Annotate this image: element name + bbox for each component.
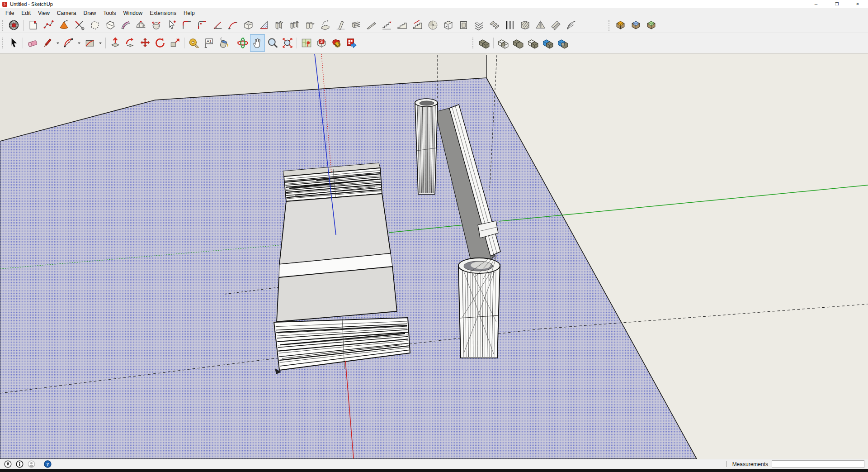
ext-stairs-profile-icon[interactable] bbox=[379, 19, 394, 32]
ext-stack-icon[interactable] bbox=[348, 19, 363, 32]
rectangle-tool[interactable] bbox=[82, 34, 97, 52]
tape-measure-tool[interactable] bbox=[186, 34, 201, 52]
arc-tool-dropdown-icon[interactable] bbox=[76, 36, 82, 50]
ext-curve-icon[interactable] bbox=[225, 19, 241, 32]
ext-cut-icon[interactable] bbox=[71, 19, 87, 32]
pan-tool[interactable] bbox=[250, 34, 265, 52]
ext-polyline-icon[interactable] bbox=[41, 19, 56, 32]
eraser-tool[interactable] bbox=[25, 34, 40, 52]
minimize-button[interactable]: ─ bbox=[806, 0, 826, 8]
toolbar-grip-handle[interactable] bbox=[2, 38, 4, 48]
ext-cursor-icon[interactable] bbox=[164, 19, 179, 32]
orbit-tool[interactable] bbox=[235, 34, 250, 52]
view-cube-orange-icon[interactable] bbox=[613, 19, 628, 32]
measurements-input[interactable] bbox=[772, 460, 864, 468]
measurements-label: Measurements bbox=[732, 461, 768, 467]
rotate-tool[interactable] bbox=[152, 34, 167, 52]
ext-sail-icon[interactable] bbox=[256, 19, 271, 32]
ext-ribbon-icon[interactable] bbox=[118, 19, 133, 32]
view-cube-blue-icon[interactable] bbox=[628, 19, 643, 32]
text-tool[interactable]: A1 bbox=[201, 34, 216, 52]
ext-lasso-icon[interactable] bbox=[102, 19, 118, 32]
status-bar: ? Measurements bbox=[0, 459, 868, 469]
intersect-tool[interactable] bbox=[495, 34, 510, 52]
split-tool[interactable] bbox=[555, 34, 570, 52]
subtract-tool[interactable] bbox=[525, 34, 540, 52]
geolocation-status-icon[interactable] bbox=[4, 460, 12, 468]
rectangle-tool-dropdown-icon[interactable] bbox=[97, 36, 104, 50]
ext-tilt-panel-icon[interactable] bbox=[333, 19, 348, 32]
zoom-tool[interactable] bbox=[265, 34, 280, 52]
ext-dome-icon[interactable] bbox=[133, 19, 148, 32]
ext-cone-icon[interactable] bbox=[56, 19, 71, 32]
ext-wedge-icon[interactable] bbox=[533, 19, 548, 32]
arc-tool[interactable] bbox=[61, 34, 76, 52]
ext-columns-icon[interactable] bbox=[271, 19, 287, 32]
warehouse-3d-button[interactable] bbox=[314, 34, 329, 52]
toolbar-separator bbox=[184, 38, 184, 48]
ext-frame2-icon[interactable] bbox=[456, 19, 471, 32]
menu-help[interactable]: Help bbox=[180, 9, 198, 17]
ext-spiral-stairs-icon[interactable] bbox=[425, 19, 440, 32]
ext-corner-icon[interactable] bbox=[179, 19, 194, 32]
maximize-button[interactable]: ❒ bbox=[826, 0, 847, 8]
ext-stairs-icon[interactable] bbox=[394, 19, 410, 32]
menu-window[interactable]: Window bbox=[120, 9, 146, 17]
outer-shell-tool[interactable] bbox=[476, 34, 491, 52]
toolbar-separator bbox=[23, 38, 23, 48]
menu-edit[interactable]: Edit bbox=[18, 9, 34, 17]
ext-frame-icon[interactable] bbox=[440, 19, 456, 32]
ext-dashed-polygon-icon[interactable] bbox=[87, 19, 102, 32]
ext-diagonal-boards-icon[interactable] bbox=[548, 19, 563, 32]
sign-in-icon[interactable] bbox=[27, 460, 36, 468]
ext-corner2-icon[interactable] bbox=[194, 19, 210, 32]
credits-info-icon[interactable] bbox=[15, 460, 24, 468]
add-location-button[interactable] bbox=[299, 34, 314, 52]
ext-boxgrid-icon[interactable] bbox=[241, 19, 256, 32]
ext-stairs-arrow-icon[interactable] bbox=[410, 19, 425, 32]
line-tool[interactable] bbox=[40, 34, 55, 52]
menu-camera[interactable]: Camera bbox=[53, 9, 80, 17]
viewport-3d-canvas[interactable] bbox=[0, 53, 868, 459]
toolbar-gap bbox=[359, 43, 472, 43]
svg-text:?: ? bbox=[47, 462, 49, 467]
ext-ramp-icon[interactable] bbox=[363, 19, 379, 32]
ext-sphere-icon[interactable] bbox=[148, 19, 164, 32]
trim-tool[interactable] bbox=[540, 34, 555, 52]
close-button[interactable]: ✕ bbox=[847, 0, 868, 8]
extension-globe-icon[interactable] bbox=[6, 19, 21, 32]
ext-angle-icon[interactable] bbox=[210, 19, 225, 32]
menu-extensions[interactable]: Extensions bbox=[146, 9, 180, 17]
ext-round-columns-icon[interactable] bbox=[302, 19, 317, 32]
view-cube-green-icon[interactable] bbox=[643, 19, 659, 32]
paint-bucket-tool[interactable] bbox=[216, 34, 231, 52]
help-icon[interactable]: ? bbox=[43, 460, 52, 468]
line-tool-dropdown-icon[interactable] bbox=[55, 36, 61, 50]
share-model-button[interactable] bbox=[329, 34, 344, 52]
ext-chevron-wall-icon[interactable] bbox=[486, 19, 502, 32]
toolbar-grip-handle[interactable] bbox=[2, 20, 4, 31]
ext-fold-panel-icon[interactable] bbox=[317, 19, 333, 32]
ext-weave-icon[interactable] bbox=[471, 19, 486, 32]
push-pull-tool[interactable] bbox=[108, 34, 123, 52]
select-tool[interactable] bbox=[6, 34, 21, 52]
menu-file[interactable]: File bbox=[2, 9, 18, 17]
sketchup-logo-icon bbox=[2, 1, 8, 7]
follow-me-tool[interactable] bbox=[123, 34, 137, 52]
ext-columns3-icon[interactable] bbox=[287, 19, 302, 32]
menu-view[interactable]: View bbox=[34, 9, 53, 17]
zoom-extents-tool[interactable] bbox=[280, 34, 295, 52]
toolbar-separator bbox=[493, 38, 494, 48]
ext-sheet-icon[interactable] bbox=[25, 19, 41, 32]
scale-tool[interactable] bbox=[167, 34, 182, 52]
toolbar-grip-handle[interactable] bbox=[609, 20, 611, 31]
ext-fan-louver-icon[interactable] bbox=[563, 19, 579, 32]
move-tool[interactable] bbox=[137, 34, 152, 52]
ext-grill-icon[interactable] bbox=[502, 19, 517, 32]
extension-warehouse-button[interactable] bbox=[344, 34, 359, 52]
ext-hatch-block-icon[interactable] bbox=[517, 19, 533, 32]
union-tool[interactable] bbox=[510, 34, 525, 52]
toolbar-grip-handle[interactable] bbox=[472, 38, 475, 48]
menu-tools[interactable]: Tools bbox=[100, 9, 120, 17]
menu-draw[interactable]: Draw bbox=[80, 9, 100, 17]
